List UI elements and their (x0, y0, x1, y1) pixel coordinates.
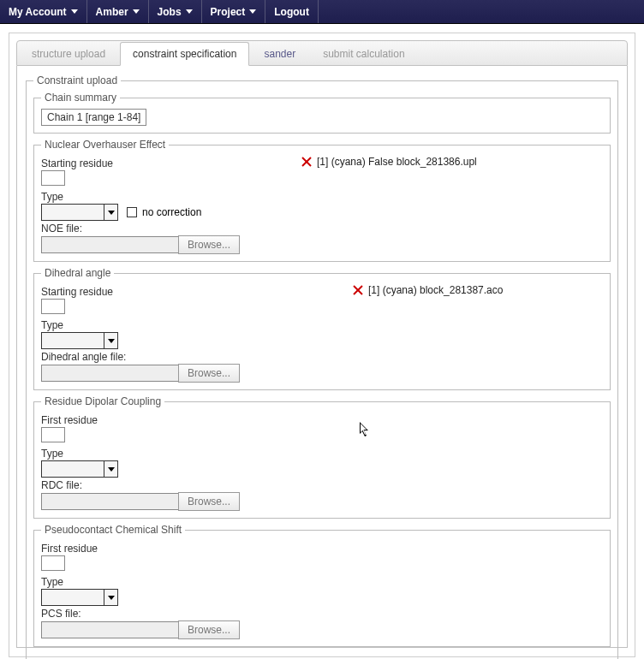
rdc-legend: Residue Dipolar Coupling (41, 395, 164, 407)
svg-marker-3 (249, 9, 256, 14)
dihedral-starting-residue-label: Starting residue (41, 286, 349, 298)
noe-browse-button[interactable]: Browse... (178, 235, 240, 254)
pcs-file-label: PCS file: (41, 608, 603, 620)
rdc-file-label: RDC file: (41, 479, 603, 491)
chevron-down-icon (104, 590, 117, 605)
constraint-upload-fieldset: Constraint upload Chain summary Chain 1 … (26, 74, 618, 659)
svg-marker-7 (108, 339, 115, 343)
chevron-down-icon (249, 9, 256, 14)
chevron-down-icon (186, 9, 193, 14)
tab-structure-upload[interactable]: structure upload (19, 42, 118, 65)
nav-jobs-label: Jobs (158, 6, 182, 18)
noe-file-label: NOE file: (41, 223, 298, 235)
dihedral-file-input[interactable] (41, 365, 178, 382)
dihedral-file-label: Dihedral angle file: (41, 351, 349, 363)
tab-bar: structure upload constraint specificatio… (16, 40, 628, 66)
pcs-browse-button[interactable]: Browse... (178, 620, 240, 639)
noe-starting-residue-label: Starting residue (41, 157, 298, 169)
svg-marker-4 (108, 211, 115, 215)
rdc-first-residue-label: First residue (41, 414, 603, 426)
pcs-fieldset: Pseudocontact Chemical Shift First resid… (33, 524, 611, 647)
noe-no-correction-checkbox[interactable] (127, 207, 137, 217)
delete-icon[interactable] (301, 157, 312, 167)
tab-constraint-specification[interactable]: constraint specification (120, 42, 249, 66)
chevron-down-icon (133, 9, 140, 14)
noe-status-row: [1] (cyana) False block_281386.upl (301, 156, 477, 168)
nav-my-account[interactable]: My Account (0, 0, 87, 23)
nav-logout[interactable]: Logout (265, 0, 319, 23)
pcs-file-input[interactable] (41, 621, 178, 638)
dihedral-fieldset: Dihedral angle Starting residue Type Dih… (33, 267, 611, 390)
noe-no-correction-label: no correction (142, 206, 201, 218)
svg-marker-1 (133, 9, 140, 14)
page-container: structure upload constraint specificatio… (9, 33, 635, 657)
nav-logout-label: Logout (274, 6, 309, 18)
svg-marker-10 (108, 467, 115, 472)
dihedral-status-row: [1] (cyana) block_281387.aco (353, 284, 503, 296)
nav-project-label: Project (211, 6, 246, 18)
noe-fieldset: Nuclear Overhauser Effect Starting resid… (33, 139, 611, 262)
rdc-file-input[interactable] (41, 493, 178, 510)
tab-sander[interactable]: sander (251, 42, 308, 65)
dihedral-starting-residue-input[interactable] (41, 299, 65, 314)
constraint-upload-legend: Constraint upload (33, 74, 121, 86)
dihedral-status-text: [1] (cyana) block_281387.aco (368, 284, 503, 296)
navbar: My Account Amber Jobs Project Logout (0, 0, 644, 24)
noe-file-input[interactable] (41, 236, 178, 253)
pcs-type-label: Type (41, 576, 603, 588)
svg-marker-2 (186, 9, 193, 14)
delete-icon[interactable] (353, 285, 363, 295)
svg-marker-11 (108, 596, 115, 600)
nav-amber[interactable]: Amber (87, 0, 149, 23)
rdc-first-residue-input[interactable] (41, 427, 65, 442)
svg-marker-0 (71, 9, 78, 14)
chevron-down-icon (104, 333, 117, 348)
nav-project[interactable]: Project (202, 0, 266, 23)
chain-summary-fieldset: Chain summary Chain 1 [range 1-84] (33, 92, 611, 134)
dihedral-legend: Dihedral angle (41, 267, 114, 279)
pcs-legend: Pseudocontact Chemical Shift (41, 524, 185, 536)
pcs-first-residue-input[interactable] (41, 555, 65, 571)
nav-jobs[interactable]: Jobs (149, 0, 202, 23)
tab-submit-calculation[interactable]: submit calculation (310, 42, 417, 65)
chevron-down-icon (104, 205, 117, 220)
chevron-down-icon (71, 9, 78, 14)
rdc-type-select[interactable] (41, 460, 118, 478)
chevron-down-icon (104, 461, 117, 477)
rdc-type-label: Type (41, 448, 603, 460)
pcs-type-select[interactable] (41, 589, 118, 606)
pcs-first-residue-label: First residue (41, 543, 603, 555)
nav-amber-label: Amber (96, 6, 128, 18)
rdc-browse-button[interactable]: Browse... (178, 492, 240, 511)
dihedral-browse-button[interactable]: Browse... (178, 364, 240, 383)
dihedral-type-label: Type (41, 319, 349, 331)
noe-status-text: [1] (cyana) False block_281386.upl (317, 156, 477, 168)
noe-legend: Nuclear Overhauser Effect (41, 139, 169, 151)
noe-type-label: Type (41, 191, 298, 203)
dihedral-type-select[interactable] (41, 332, 118, 349)
chain-summary-legend: Chain summary (41, 92, 120, 104)
rdc-fieldset: Residue Dipolar Coupling First residue T… (33, 395, 611, 519)
chain-1-box[interactable]: Chain 1 [range 1-84] (41, 109, 146, 126)
tab-content: Constraint upload Chain summary Chain 1 … (16, 66, 628, 648)
nav-my-account-label: My Account (9, 6, 67, 18)
noe-type-select[interactable] (41, 204, 118, 221)
noe-starting-residue-input[interactable] (41, 170, 65, 186)
